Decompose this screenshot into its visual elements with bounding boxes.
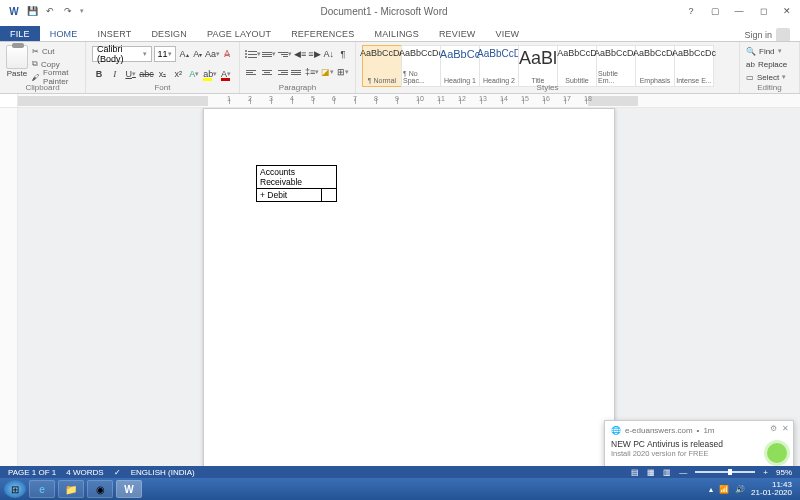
tray-sound-icon[interactable]: 🔊 — [735, 485, 745, 494]
task-ie[interactable]: e — [29, 480, 55, 498]
sort-button[interactable]: A↓ — [323, 46, 335, 62]
task-word[interactable]: W — [116, 480, 142, 498]
group-clipboard-label: Clipboard — [0, 83, 85, 92]
select-button[interactable]: ▭Select▾ — [746, 71, 793, 83]
font-name-dropdown[interactable]: Calibri (Body)▾ — [92, 46, 152, 62]
decrease-indent-button[interactable]: ◀≡ — [294, 46, 306, 62]
align-left-button[interactable] — [246, 64, 259, 80]
style--no-spac-[interactable]: AaBbCcDc¶ No Spac... — [401, 45, 441, 87]
tab-review[interactable]: REVIEW — [429, 26, 486, 42]
borders-button[interactable]: ⊞▾ — [336, 64, 349, 80]
page-scroll[interactable]: Accounts Receivable + Debit — [18, 108, 800, 470]
grow-font-button[interactable]: A▴ — [178, 46, 190, 62]
tab-view[interactable]: VIEW — [486, 26, 530, 42]
underline-button[interactable]: U▾ — [124, 66, 138, 82]
font-color-button[interactable]: A▾ — [219, 66, 233, 82]
multilevel-button[interactable]: ▾ — [278, 46, 292, 62]
bullets-button[interactable]: ▾ — [246, 46, 260, 62]
gear-icon[interactable]: ⚙ — [770, 424, 777, 433]
style-heading-1[interactable]: AaBbCcHeading 1 — [440, 45, 480, 87]
task-chrome[interactable]: ◉ — [87, 480, 113, 498]
style--normal[interactable]: AaBbCcDc¶ Normal — [362, 45, 402, 87]
align-center-button[interactable] — [261, 64, 274, 80]
tab-home[interactable]: HOME — [40, 26, 88, 42]
start-button[interactable]: ⊞ — [4, 480, 26, 498]
view-print-button[interactable]: ▦ — [647, 468, 655, 477]
align-right-button[interactable] — [276, 64, 289, 80]
system-tray[interactable]: ▴ 📶 🔊 11:43 21-01-2020 — [709, 481, 796, 497]
notif-badge-icon[interactable] — [767, 443, 787, 463]
horizontal-ruler[interactable]: 123456789101112131415161718 — [0, 94, 800, 108]
table-cell[interactable] — [322, 189, 337, 202]
clear-formatting-button[interactable]: A̶ — [221, 46, 233, 62]
cut-label: Cut — [42, 47, 54, 56]
subscript-button[interactable]: x₂ — [156, 66, 170, 82]
page[interactable]: Accounts Receivable + Debit — [203, 108, 615, 470]
shrink-font-button[interactable]: A▾ — [192, 46, 204, 62]
italic-button[interactable]: I — [108, 66, 122, 82]
task-explorer[interactable]: 📁 — [58, 480, 84, 498]
zoom-slider[interactable] — [695, 471, 755, 473]
minimize-button[interactable]: — — [732, 5, 746, 17]
cut-button[interactable]: ✂Cut — [32, 45, 79, 57]
show-marks-button[interactable]: ¶ — [337, 46, 349, 62]
superscript-button[interactable]: x² — [171, 66, 185, 82]
notification-popup[interactable]: ⚙ ✕ 🌐e-eduanswers.com • 1m NEW PC Antivi… — [604, 420, 794, 470]
close-button[interactable]: ✕ — [780, 5, 794, 17]
replace-button[interactable]: abReplace — [746, 58, 793, 70]
tab-page-layout[interactable]: PAGE LAYOUT — [197, 26, 281, 42]
style-subtle-em-[interactable]: AaBbCcDcSubtle Em... — [596, 45, 636, 87]
justify-button[interactable] — [290, 64, 303, 80]
style-heading-2[interactable]: AaBbCcDHeading 2 — [479, 45, 519, 87]
redo-icon[interactable]: ↷ — [62, 5, 74, 17]
line-spacing-button[interactable]: ‡≡▾ — [305, 64, 319, 80]
save-icon[interactable]: 💾 — [26, 5, 38, 17]
zoom-level[interactable]: 95% — [776, 468, 792, 477]
tab-mailings[interactable]: MAILINGS — [364, 26, 428, 42]
status-words[interactable]: 4 WORDS — [66, 468, 103, 477]
tab-references[interactable]: REFERENCES — [281, 26, 364, 42]
tab-file[interactable]: FILE — [0, 26, 40, 42]
document-table[interactable]: Accounts Receivable + Debit — [256, 165, 337, 202]
replace-icon: ab — [746, 60, 755, 69]
change-case-button[interactable]: Aa▾ — [205, 46, 219, 62]
strikethrough-button[interactable]: abc — [140, 66, 154, 82]
table-cell[interactable]: + Debit — [257, 189, 322, 202]
view-web-button[interactable]: ▥ — [663, 468, 671, 477]
tab-insert[interactable]: INSERT — [87, 26, 141, 42]
paste-button[interactable]: Paste — [6, 45, 28, 78]
maximize-button[interactable]: ◻ — [756, 5, 770, 17]
text-effects-button[interactable]: A▾ — [187, 66, 201, 82]
undo-icon[interactable]: ↶ — [44, 5, 56, 17]
status-proofing-icon[interactable]: ✓ — [114, 468, 121, 477]
tray-network-icon[interactable]: 📶 — [719, 485, 729, 494]
font-size-dropdown[interactable]: 11▾ — [154, 46, 177, 62]
signin-link[interactable]: Sign in — [744, 28, 800, 42]
group-paragraph: ▾ ▾ ▾ ◀≡ ≡▶ A↓ ¶ ‡≡▾ ◪▾ ⊞▾ Paragraph — [240, 42, 356, 93]
style-title[interactable]: AaBlTitle — [518, 45, 558, 87]
status-language[interactable]: ENGLISH (INDIA) — [131, 468, 195, 477]
view-read-button[interactable]: ▤ — [631, 468, 639, 477]
shading-button[interactable]: ◪▾ — [321, 64, 334, 80]
style-subtitle[interactable]: AaBbCcDSubtitle — [557, 45, 597, 87]
group-font-label: Font — [86, 83, 239, 92]
vertical-ruler[interactable] — [0, 108, 18, 470]
find-button[interactable]: 🔍Find▾ — [746, 45, 793, 57]
tray-arrow-icon[interactable]: ▴ — [709, 485, 713, 494]
format-painter-button[interactable]: 🖌Format Painter — [32, 71, 79, 83]
tab-design[interactable]: DESIGN — [141, 26, 197, 42]
highlight-button[interactable]: ab▾ — [203, 66, 217, 82]
style-emphasis[interactable]: AaBbCcDcEmphasis — [635, 45, 675, 87]
numbering-button[interactable]: ▾ — [262, 46, 276, 62]
status-page[interactable]: PAGE 1 OF 1 — [8, 468, 56, 477]
table-cell[interactable]: Accounts Receivable — [257, 166, 337, 189]
ribbon-options-icon[interactable]: ▢ — [708, 5, 722, 17]
bold-button[interactable]: B — [92, 66, 106, 82]
close-icon[interactable]: ✕ — [782, 424, 789, 433]
styles-gallery[interactable]: AaBbCcDc¶ NormalAaBbCcDc¶ No Spac...AaBb… — [362, 45, 733, 87]
increase-indent-button[interactable]: ≡▶ — [308, 46, 320, 62]
paste-label: Paste — [7, 69, 27, 78]
style-intense-e-[interactable]: AaBbCcDcIntense E... — [674, 45, 714, 87]
help-icon[interactable]: ? — [684, 5, 698, 17]
select-icon: ▭ — [746, 73, 754, 82]
